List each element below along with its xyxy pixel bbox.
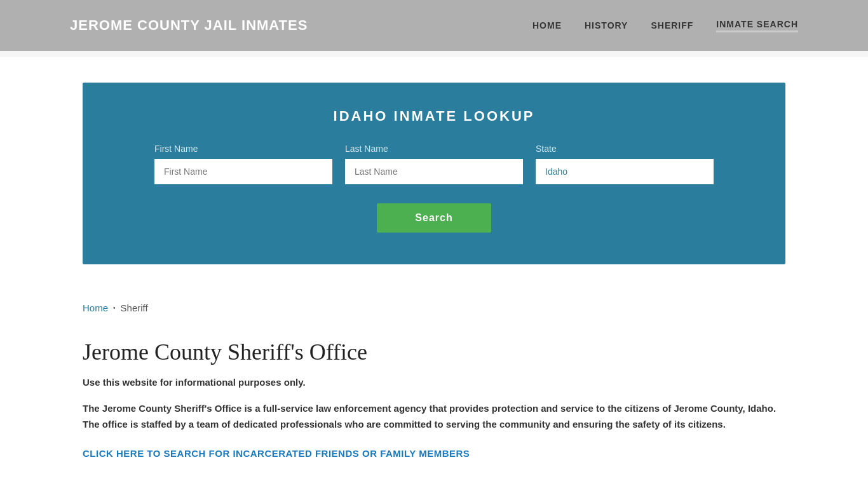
search-fields-container: First Name Last Name State <box>114 144 754 184</box>
first-name-group: First Name <box>154 144 332 184</box>
last-name-group: Last Name <box>345 144 523 184</box>
first-name-input[interactable] <box>154 159 332 184</box>
sub-header-bar <box>0 51 868 57</box>
info-brief: Use this website for informational purpo… <box>83 376 785 390</box>
breadcrumb: Home • Sheriff <box>83 302 785 313</box>
main-nav: HOME HISTORY SHERIFF INMATE SEARCH <box>532 19 798 32</box>
nav-history[interactable]: HISTORY <box>585 20 628 30</box>
search-button[interactable]: Search <box>377 203 491 233</box>
page-heading: Jerome County Sheriff's Office <box>83 339 785 365</box>
breadcrumb-separator: • <box>113 304 116 311</box>
first-name-label: First Name <box>154 144 332 154</box>
breadcrumb-home-link[interactable]: Home <box>83 302 108 313</box>
last-name-input[interactable] <box>345 159 523 184</box>
nav-home[interactable]: HOME <box>532 20 562 30</box>
site-title: JEROME COUNTY JAIL INMATES <box>70 17 308 34</box>
main-content: Home • Sheriff Jerome County Sheriff's O… <box>0 290 868 485</box>
breadcrumb-current: Sheriff <box>121 302 148 313</box>
state-input[interactable] <box>536 159 714 184</box>
nav-sheriff[interactable]: SHERIFF <box>651 20 693 30</box>
info-body: The Jerome County Sheriff's Office is a … <box>83 400 785 433</box>
search-button-container: Search <box>114 203 754 233</box>
nav-inmate-search[interactable]: INMATE SEARCH <box>716 19 798 32</box>
search-section: IDAHO INMATE LOOKUP First Name Last Name… <box>83 83 785 264</box>
search-link[interactable]: CLICK HERE to Search for Incarcerated Fr… <box>83 448 470 459</box>
search-section-title: IDAHO INMATE LOOKUP <box>114 108 754 125</box>
last-name-label: Last Name <box>345 144 523 154</box>
state-label: State <box>536 144 714 154</box>
state-group: State <box>536 144 714 184</box>
site-header: JEROME COUNTY JAIL INMATES HOME HISTORY … <box>0 0 868 51</box>
